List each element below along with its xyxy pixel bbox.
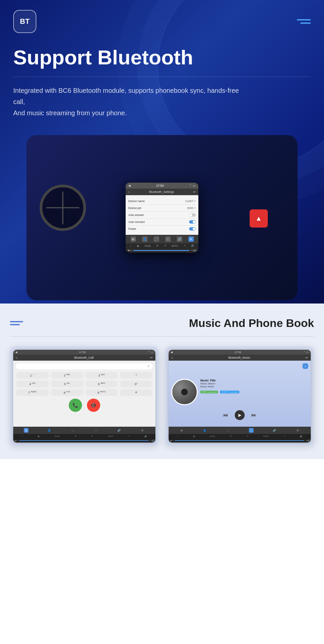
music-nav: ⌂ Bluetooth_Music ↩	[169, 355, 311, 361]
music-phone-icon[interactable]: 📞	[226, 428, 230, 433]
dial-1[interactable]: 1 —	[16, 372, 49, 379]
call-buttons: 📞 📵	[16, 399, 153, 412]
call-settings-icon[interactable]: ⚙	[140, 428, 145, 433]
menu-icon[interactable]	[297, 19, 311, 24]
auto-answer-row: Auto answer	[128, 212, 196, 219]
screen-bottom-icons: ⊞ 👤 📞 ♪ 🔗 ⚙	[126, 235, 198, 243]
call-contacts-icon[interactable]: 👤	[47, 428, 52, 433]
music-link-icon[interactable]: 🔗	[272, 428, 277, 433]
recirculate-icon[interactable]: ↺	[164, 244, 166, 247]
a2dp-badge: A2DP connected	[200, 391, 218, 393]
steering-wheel	[40, 185, 86, 231]
music-statusbar: ◀ 17:53 ⌃ ▭	[169, 350, 311, 355]
auto-connect-toggle[interactable]	[189, 220, 196, 224]
music-grid-icon[interactable]: ⊞	[179, 428, 184, 433]
device-pin-row: Device pin 0000 >	[128, 205, 196, 212]
music-screen-title: Bluetooth_Music	[228, 356, 250, 359]
dial-star[interactable]: *	[120, 372, 153, 379]
call-phone-icon[interactable]: 📞	[70, 428, 75, 433]
music-settings-icon[interactable]: ⚙	[296, 428, 300, 433]
dial-4[interactable]: 4 GHI	[16, 380, 49, 387]
call-screen-title: Bluetooth_Call	[74, 356, 94, 359]
dial-5[interactable]: 5 JKL	[51, 380, 84, 387]
call-time: 17:53	[79, 351, 86, 354]
music-info: Music Title Music Album Music Artist A2D…	[200, 379, 308, 405]
call-screen-card: ◀ 17:53 ⌃ ▭ ⌂ Bluetooth_Call ↩ ✕	[10, 346, 159, 446]
call-back-icon[interactable]: ↩	[150, 356, 153, 359]
settings-icon[interactable]: ⚙	[188, 236, 194, 242]
home-icon[interactable]: ⌂	[128, 190, 130, 194]
auto-connect-row: Auto connect	[128, 219, 196, 226]
bt-logo: BT	[13, 10, 36, 33]
bt-logo-text: BT	[20, 17, 29, 26]
music-home-icon[interactable]: ⌂	[171, 356, 173, 359]
device-name-row: Device name CarBT >	[128, 198, 196, 205]
power-btn[interactable]: ⏻	[137, 245, 139, 247]
avrcp-badge: AVRCP connected	[220, 391, 239, 393]
music-mini-screen: ◀ 17:53 ⌃ ▭ ⌂ Bluetooth_Music ↩ ♪	[169, 350, 311, 443]
call-grid-icon[interactable]: ⊞	[24, 428, 28, 433]
call-nav: ⌂ Bluetooth_Call ↩	[13, 355, 155, 361]
screen-ac-bar: ⌂ ⏻ DUAL ❄ ↺ AUTO ↗ 🔊	[126, 243, 198, 248]
link-icon[interactable]: 🔗	[177, 236, 182, 242]
hero-description: Integrated with BC6 Bluetooth module, su…	[13, 85, 245, 119]
phone-icon[interactable]: 📞	[154, 236, 159, 242]
music-artist: Music Artist	[200, 385, 308, 388]
section2-menu-icon[interactable]	[10, 321, 23, 325]
call-home-icon[interactable]: ⌂	[16, 356, 18, 359]
play-button[interactable]: ▶	[235, 410, 245, 420]
dial-7[interactable]: 7 PQRS	[16, 389, 49, 396]
music-ac-bar: ⌂ ⏻ DUAL ❄ ↺ AUTO ↗ 🔊	[169, 434, 311, 438]
music-player-area: Music Title Music Album Music Artist A2D…	[171, 379, 308, 405]
call-red-button[interactable]: 📵	[87, 399, 100, 412]
dialpad-grid: 1 — 2 ABC 3 DEF * 4 GHI 5 JKL 6 MNO 0+ 7…	[16, 372, 153, 396]
screens-row: ◀ 17:53 ⌃ ▭ ⌂ Bluetooth_Call ↩ ✕	[10, 346, 314, 446]
screen-bottom-controls: ◀ 0 ↩ ↪ 0 🔊	[126, 248, 198, 253]
call-link-icon[interactable]: 🔗	[117, 428, 121, 433]
dial-3[interactable]: 3 DEF	[85, 372, 118, 379]
dial-8[interactable]: 8 TUV	[51, 389, 84, 396]
prev-button[interactable]: ⏮	[223, 412, 228, 418]
next-button[interactable]: ⏭	[251, 412, 257, 418]
hero-section: BT Support Bluetooth Integrated with BC6…	[0, 0, 324, 304]
call-status-icons: ⌃ ▭	[148, 351, 153, 354]
back-icon[interactable]: ↩	[193, 190, 196, 194]
music-bottom-controls: ◀ 0 ↩ ↪ 0 🔊	[169, 438, 311, 443]
dial-0plus[interactable]: 0+	[120, 380, 153, 387]
section2-title: Music And Phone Book	[189, 317, 314, 330]
music-content: ♪ Music Title Music Album Music Artist A…	[169, 361, 311, 427]
music-back-icon[interactable]: ↩	[305, 356, 308, 359]
home-btn[interactable]: ⌂	[130, 245, 131, 247]
section2-header: Music And Phone Book	[10, 317, 314, 330]
call-green-button[interactable]: 📞	[69, 399, 82, 412]
dial-9[interactable]: 9 WXYZ	[85, 389, 118, 396]
power-toggle[interactable]	[189, 227, 196, 231]
dial-hash[interactable]: #	[120, 389, 153, 396]
music-icon[interactable]: ♪	[165, 236, 171, 242]
music-phonebook-section: Music And Phone Book ◀ 17:53 ⌃ ▭ ⌂ Bluet…	[0, 304, 324, 459]
music-contacts-icon[interactable]: 👤	[202, 428, 207, 433]
steering-area	[36, 168, 89, 261]
power-row: Power	[128, 226, 196, 232]
volume-icon[interactable]: 🔊	[191, 244, 194, 247]
back-arrow: ◀	[128, 184, 131, 187]
airflow-icon[interactable]: ↗	[183, 244, 185, 247]
call-music-icon[interactable]: ♪	[94, 428, 98, 433]
music-status-icons: ⌃ ▭	[303, 351, 309, 354]
grid-icon[interactable]: ⊞	[131, 236, 136, 242]
dial-6[interactable]: 6 MNO	[85, 380, 118, 387]
music-controls: ⏮ ▶ ⏭	[171, 409, 308, 422]
music-screen-card: ◀ 17:53 ⌃ ▭ ⌂ Bluetooth_Music ↩ ♪	[165, 346, 314, 446]
music-note-icon[interactable]: ♪	[249, 428, 254, 433]
contacts-icon[interactable]: 👤	[142, 236, 147, 242]
close-icon[interactable]: ✕	[147, 365, 150, 368]
music-note-button[interactable]: ♪	[303, 363, 308, 369]
dialpad-search[interactable]: ✕	[16, 363, 153, 369]
red-button[interactable]	[250, 209, 268, 228]
dial-2[interactable]: 2 ABC	[51, 372, 84, 379]
fan-icon[interactable]: ❄	[156, 244, 158, 247]
album-art-center	[181, 389, 188, 395]
status-icons: ⌃ ▭	[189, 184, 196, 187]
call-ac-bar: ⌂ ⏻ DUAL ❄ ↺ AUTO ↗ 🔊	[13, 434, 155, 438]
auto-answer-toggle[interactable]	[189, 213, 196, 217]
